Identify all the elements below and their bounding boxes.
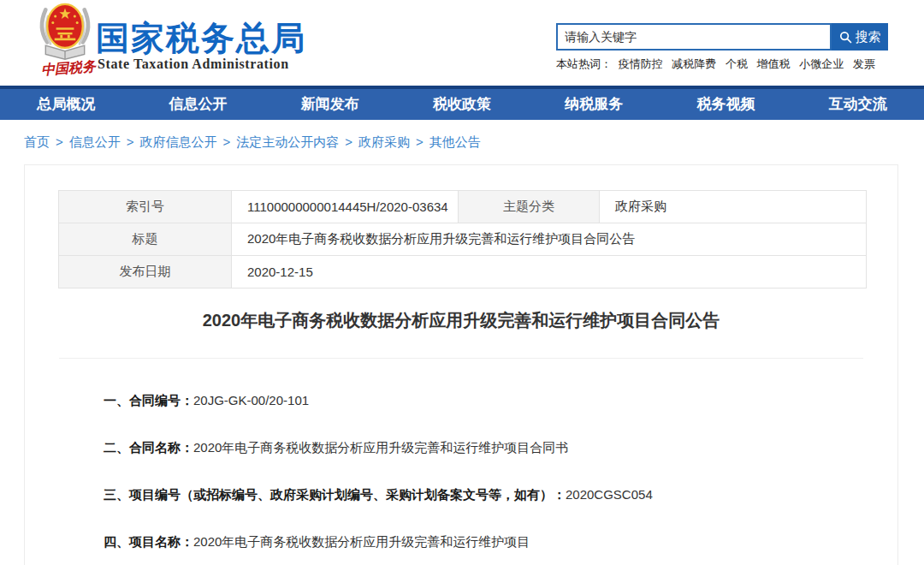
contract-number-value: 20JG-GK-00/20-101 — [193, 393, 309, 407]
nav-item-policy[interactable]: 税收政策 — [396, 89, 528, 120]
nav-item-video[interactable]: 税务视频 — [660, 89, 791, 120]
project-number-line: 三、项目编号（或招标编号、政府采购计划编号、采购计划备案文号等，如有）：2020… — [104, 485, 855, 504]
breadcrumb: 首页>信息公开>政府信息公开>法定主动公开内容>政府采购>其他公告 — [24, 134, 481, 151]
meta-value-title: 2020年电子商务税收数据分析应用升级完善和运行维护项目合同公告 — [232, 223, 867, 256]
meta-value-category: 政府采购 — [600, 191, 867, 223]
breadcrumb-other-notices[interactable]: 其他公告 — [429, 134, 481, 149]
site-header: 中国税务 国家税务总局 State Taxation Administratio… — [0, 0, 924, 86]
meta-label-title: 标题 — [59, 223, 232, 256]
table-row: 发布日期 2020-12-15 — [59, 256, 867, 288]
contract-name-line: 二、合同名称：2020年电子商务税收数据分析应用升级完善和运行维护项目合同书 — [104, 438, 855, 457]
breadcrumb-separator: > — [416, 134, 424, 149]
meta-value-publish-date: 2020-12-15 — [232, 256, 867, 288]
nav-item-news[interactable]: 新闻发布 — [264, 89, 396, 120]
breadcrumb-separator: > — [223, 134, 231, 149]
hot-word-link[interactable]: 疫情防控 — [619, 57, 663, 70]
breadcrumb-home[interactable]: 首页 — [24, 134, 50, 149]
hot-words-bar: 本站热词： 疫情防控 减税降费 个税 增值税 小微企业 发票 — [556, 56, 881, 72]
hot-word-link[interactable]: 发票 — [853, 57, 875, 70]
main-nav: 总局概况 信息公开 新闻发布 税收政策 纳税服务 税务视频 互动交流 — [0, 86, 924, 120]
article-body: 一、合同编号：20JG-GK-00/20-101 二、合同名称：2020年电子商… — [104, 391, 855, 565]
contract-number-label: 一、合同编号： — [104, 393, 193, 407]
breadcrumb-separator: > — [345, 134, 352, 149]
nav-item-service[interactable]: 纳税服务 — [528, 89, 660, 120]
project-number-value: 2020CGSC054 — [566, 487, 653, 502]
document-meta-table: 索引号 11100000000014445H/2020-03634 主题分类 政… — [58, 190, 867, 288]
search-input[interactable] — [556, 23, 832, 51]
nav-item-interaction[interactable]: 互动交流 — [792, 89, 924, 120]
breadcrumb-info[interactable]: 信息公开 — [69, 134, 121, 149]
project-name-label: 四、项目名称： — [104, 534, 193, 549]
national-emblem-icon — [34, 2, 96, 62]
meta-value-index: 11100000000014445H/2020-03634 — [232, 191, 459, 223]
breadcrumb-procurement[interactable]: 政府采购 — [358, 134, 410, 149]
meta-label-category: 主题分类 — [459, 191, 600, 223]
table-row: 索引号 11100000000014445H/2020-03634 主题分类 政… — [59, 191, 867, 223]
contract-number-line: 一、合同编号：20JG-GK-00/20-101 — [104, 391, 855, 410]
breadcrumb-separator: > — [127, 134, 134, 149]
contract-name-value: 2020年电子商务税收数据分析应用升级完善和运行维护项目合同书 — [193, 440, 568, 455]
project-name-value: 2020年电子商务税收数据分析应用升级完善和运行维护项目 — [193, 534, 530, 549]
site-title-en: State Taxation Administration — [98, 56, 289, 72]
project-number-label: 三、项目编号（或招标编号、政府采购计划编号、采购计划备案文号等，如有）： — [104, 487, 566, 502]
article-card: 索引号 11100000000014445H/2020-03634 主题分类 政… — [24, 164, 898, 565]
meta-label-index: 索引号 — [59, 191, 232, 223]
hot-word-link[interactable]: 个税 — [726, 57, 748, 70]
article-title: 2020年电子商务税收数据分析应用升级完善和运行维护项目合同公告 — [25, 309, 897, 332]
search-icon — [839, 31, 852, 44]
site-title-cn: 国家税务总局 — [96, 15, 306, 62]
nav-item-overview[interactable]: 总局概况 — [0, 89, 132, 120]
search-button[interactable]: 搜索 — [832, 23, 888, 51]
hot-word-link[interactable]: 小微企业 — [799, 57, 844, 70]
project-name-line: 四、项目名称：2020年电子商务税收数据分析应用升级完善和运行维护项目 — [104, 532, 855, 551]
meta-label-publish-date: 发布日期 — [59, 256, 232, 288]
title-divider — [59, 358, 863, 359]
breadcrumb-statutory[interactable]: 法定主动公开内容 — [236, 134, 339, 149]
table-row: 标题 2020年电子商务税收数据分析应用升级完善和运行维护项目合同公告 — [59, 223, 867, 256]
hot-word-link[interactable]: 减税降费 — [672, 57, 716, 70]
breadcrumb-separator: > — [56, 134, 63, 149]
page: 中国税务 国家税务总局 State Taxation Administratio… — [0, 0, 924, 565]
site-logo[interactable]: 中国税务 — [31, 0, 104, 84]
hot-word-link[interactable]: 增值税 — [757, 57, 791, 70]
search-button-label: 搜索 — [856, 29, 881, 45]
nav-item-info[interactable]: 信息公开 — [132, 89, 264, 120]
contract-name-label: 二、合同名称： — [104, 440, 193, 455]
breadcrumb-gov-info[interactable]: 政府信息公开 — [140, 134, 217, 149]
hot-words-label: 本站热词： — [556, 57, 612, 70]
